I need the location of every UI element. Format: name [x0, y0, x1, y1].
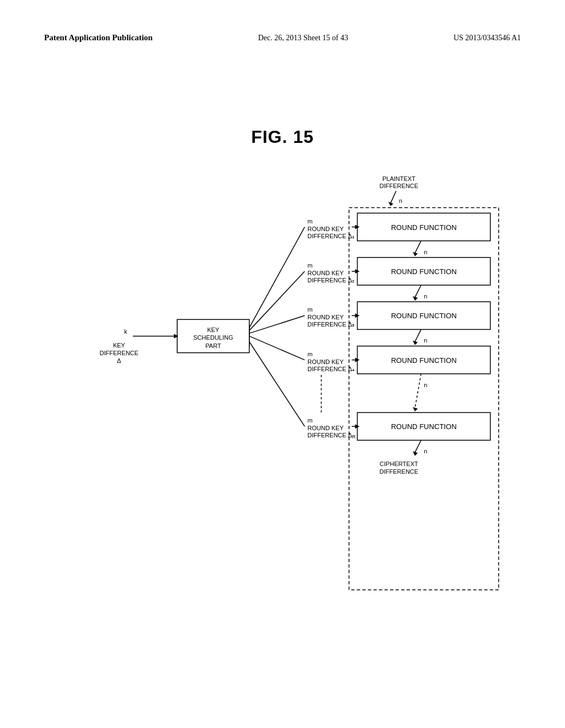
svg-line-23 [249, 315, 305, 333]
rkd-labelra: ROUND KEY [307, 425, 344, 431]
round-fn-3: ROUND FUNCTION [391, 312, 457, 320]
plaintext-label2: DIFFERENCE [380, 183, 418, 189]
rkd-label4a: ROUND KEY [307, 358, 344, 365]
round-fn-r: ROUND FUNCTION [391, 422, 457, 431]
svg-line-16 [415, 440, 421, 452]
rkd-label4b: DIFFERENCE Δ₄ [307, 366, 355, 372]
page: Patent Application Publication Dec. 26, … [0, 0, 565, 728]
svg-line-25 [249, 341, 305, 426]
n3: n [424, 337, 427, 344]
key-diff-2: DIFFERENCE [99, 350, 138, 356]
header-publication: Patent Application Publication [44, 33, 153, 42]
svg-line-10 [415, 329, 421, 341]
rkd-labelrb: DIFFERENCE ΔR [307, 432, 356, 440]
header: Patent Application Publication Dec. 26, … [0, 33, 565, 42]
rkd-label1b: DIFFERENCE Δ₁ [307, 233, 354, 239]
rkd-m3: m [307, 306, 312, 313]
key-sched-2: SCHEDULING [193, 334, 233, 341]
svg-line-7 [415, 285, 421, 297]
rkd-label1a: ROUND KEY [307, 226, 344, 232]
round-fn-1: ROUND FUNCTION [391, 223, 457, 232]
key-sched-1: KEY [207, 326, 220, 333]
key-sched-3: PART [205, 342, 221, 349]
svg-line-21 [249, 227, 305, 328]
rkd-label2b: DIFFERENCE Δ₂ [307, 277, 354, 283]
key-diff-1: KEY [113, 342, 126, 349]
svg-line-13 [415, 374, 421, 408]
header-date-sheet: Dec. 26, 2013 Sheet 15 of 43 [258, 34, 348, 42]
rkd-m2: m [307, 262, 312, 269]
rkd-label3b: DIFFERENCE Δ₃ [307, 321, 354, 328]
rkd-label3a: ROUND KEY [307, 314, 344, 320]
rkd-label2a: ROUND KEY [307, 270, 344, 276]
header-patent-number: US 2013/0343546 A1 [454, 34, 521, 42]
k-label: k [124, 328, 127, 335]
rkd-m1: m [307, 218, 312, 224]
n1: n [424, 249, 427, 255]
ciphertext-label2: DIFFERENCE [380, 468, 418, 475]
rkd-m4: m [307, 351, 312, 357]
n2: n [424, 293, 427, 299]
svg-line-4 [415, 241, 421, 253]
round-fn-4: ROUND FUNCTION [391, 356, 457, 365]
n4: n [424, 382, 427, 388]
figure-title: FIG. 15 [251, 127, 314, 147]
svg-marker-20 [174, 334, 178, 338]
plaintext-label: PLAINTEXT [382, 175, 415, 182]
diagram: PLAINTEXT DIFFERENCE n ROUND FUNCTION n … [33, 160, 532, 656]
n-label-top: n [399, 197, 402, 204]
svg-rect-2 [349, 207, 499, 590]
svg-line-0 [391, 191, 396, 203]
svg-line-22 [249, 271, 305, 330]
key-diff-delta: Δ [117, 357, 121, 364]
svg-line-24 [249, 336, 305, 360]
round-fn-2: ROUND FUNCTION [391, 267, 457, 276]
rkd-mr: m [307, 417, 312, 424]
ciphertext-label1: CIPHERTEXT [380, 461, 418, 467]
svg-marker-14 [413, 407, 418, 411]
n-bottom: n [424, 448, 427, 454]
